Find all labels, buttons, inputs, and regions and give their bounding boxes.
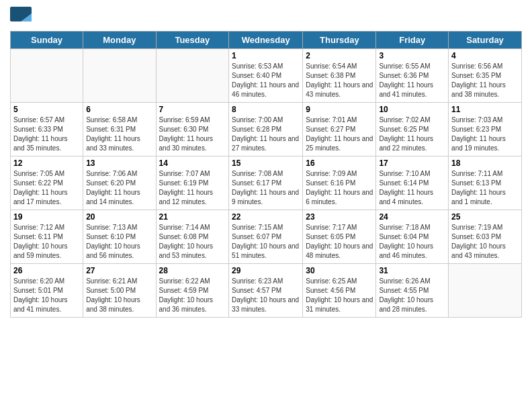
day-number: 19	[13, 212, 80, 222]
day-number: 28	[159, 266, 226, 275]
day-number: 26	[13, 266, 80, 275]
day-number: 21	[159, 212, 226, 222]
day-number: 10	[379, 105, 445, 114]
day-info: Sunrise: 6:56 AMSunset: 6:35 PMDaylight:…	[451, 62, 519, 99]
day-cell: 25Sunrise: 7:19 AMSunset: 6:03 PMDayligh…	[449, 210, 522, 264]
day-cell: 21Sunrise: 7:14 AMSunset: 6:08 PMDayligh…	[156, 210, 229, 264]
day-info: Sunrise: 6:59 AMSunset: 6:30 PMDaylight:…	[159, 116, 226, 153]
day-cell: 8Sunrise: 7:00 AMSunset: 6:28 PMDaylight…	[229, 103, 303, 156]
week-row-0: 1Sunrise: 6:53 AMSunset: 6:40 PMDaylight…	[11, 49, 522, 103]
day-info: Sunrise: 7:13 AMSunset: 6:10 PMDaylight:…	[86, 223, 152, 261]
day-info: Sunrise: 7:18 AMSunset: 6:04 PMDaylight:…	[379, 223, 445, 261]
page: SundayMondayTuesdayWednesdayThursdayFrid…	[0, 0, 532, 411]
day-cell: 13Sunrise: 7:06 AMSunset: 6:20 PMDayligh…	[83, 156, 156, 210]
day-number: 2	[306, 51, 373, 60]
day-info: Sunrise: 7:10 AMSunset: 6:14 PMDaylight:…	[379, 169, 445, 207]
day-number: 30	[306, 266, 373, 275]
day-info: Sunrise: 7:03 AMSunset: 6:23 PMDaylight:…	[451, 116, 519, 153]
day-info: Sunrise: 7:00 AMSunset: 6:28 PMDaylight:…	[232, 116, 300, 153]
day-info: Sunrise: 7:06 AMSunset: 6:20 PMDaylight:…	[86, 169, 152, 207]
day-number: 4	[451, 51, 519, 60]
day-info: Sunrise: 7:15 AMSunset: 6:07 PMDaylight:…	[232, 223, 300, 261]
day-number: 6	[86, 105, 152, 114]
logo	[10, 7, 33, 26]
day-cell	[156, 49, 229, 103]
day-cell: 20Sunrise: 7:13 AMSunset: 6:10 PMDayligh…	[83, 210, 156, 264]
day-info: Sunrise: 6:58 AMSunset: 6:31 PMDaylight:…	[86, 116, 152, 153]
day-cell: 16Sunrise: 7:09 AMSunset: 6:16 PMDayligh…	[303, 156, 376, 210]
day-cell: 14Sunrise: 7:07 AMSunset: 6:19 PMDayligh…	[156, 156, 229, 210]
day-info: Sunrise: 6:20 AMSunset: 5:01 PMDaylight:…	[13, 277, 80, 314]
day-number: 20	[86, 212, 152, 222]
day-number: 16	[306, 158, 373, 168]
weekday-header-monday: Monday	[83, 32, 156, 49]
day-info: Sunrise: 6:55 AMSunset: 6:36 PMDaylight:…	[379, 62, 445, 99]
day-cell: 19Sunrise: 7:12 AMSunset: 6:11 PMDayligh…	[11, 210, 83, 264]
day-info: Sunrise: 6:22 AMSunset: 4:59 PMDaylight:…	[159, 277, 226, 314]
day-cell: 4Sunrise: 6:56 AMSunset: 6:35 PMDaylight…	[449, 49, 522, 103]
day-number: 31	[379, 266, 445, 275]
day-number: 9	[306, 105, 373, 114]
day-cell: 18Sunrise: 7:11 AMSunset: 6:13 PMDayligh…	[449, 156, 522, 210]
day-number: 18	[451, 158, 519, 168]
day-cell: 3Sunrise: 6:55 AMSunset: 6:36 PMDaylight…	[376, 49, 449, 103]
day-cell: 11Sunrise: 7:03 AMSunset: 6:23 PMDayligh…	[449, 103, 522, 156]
weekday-header-row: SundayMondayTuesdayWednesdayThursdayFrid…	[11, 32, 522, 49]
day-number: 29	[232, 266, 300, 275]
week-row-3: 19Sunrise: 7:12 AMSunset: 6:11 PMDayligh…	[11, 210, 522, 264]
day-cell	[449, 264, 522, 318]
day-number: 27	[86, 266, 152, 275]
day-info: Sunrise: 6:54 AMSunset: 6:38 PMDaylight:…	[306, 62, 373, 99]
day-number: 8	[232, 105, 300, 114]
day-cell: 12Sunrise: 7:05 AMSunset: 6:22 PMDayligh…	[11, 156, 83, 210]
day-number: 14	[159, 158, 226, 168]
day-number: 23	[306, 212, 373, 222]
day-number: 22	[232, 212, 300, 222]
day-number: 11	[451, 105, 519, 114]
day-info: Sunrise: 7:14 AMSunset: 6:08 PMDaylight:…	[159, 223, 226, 261]
day-cell: 26Sunrise: 6:20 AMSunset: 5:01 PMDayligh…	[11, 264, 83, 318]
day-cell: 23Sunrise: 7:17 AMSunset: 6:05 PMDayligh…	[303, 210, 376, 264]
day-cell: 10Sunrise: 7:02 AMSunset: 6:25 PMDayligh…	[376, 103, 449, 156]
day-info: Sunrise: 6:26 AMSunset: 4:55 PMDaylight:…	[379, 277, 445, 314]
day-number: 25	[451, 212, 519, 222]
day-cell: 5Sunrise: 6:57 AMSunset: 6:33 PMDaylight…	[11, 103, 83, 156]
day-cell: 24Sunrise: 7:18 AMSunset: 6:04 PMDayligh…	[376, 210, 449, 264]
day-info: Sunrise: 6:57 AMSunset: 6:33 PMDaylight:…	[13, 116, 80, 153]
day-number: 1	[232, 51, 300, 60]
day-info: Sunrise: 6:25 AMSunset: 4:56 PMDaylight:…	[306, 277, 373, 314]
calendar: SundayMondayTuesdayWednesdayThursdayFrid…	[10, 31, 522, 318]
weekday-header-wednesday: Wednesday	[229, 32, 303, 49]
day-info: Sunrise: 6:23 AMSunset: 4:57 PMDaylight:…	[232, 277, 300, 314]
day-info: Sunrise: 7:07 AMSunset: 6:19 PMDaylight:…	[159, 169, 226, 207]
week-row-1: 5Sunrise: 6:57 AMSunset: 6:33 PMDaylight…	[11, 103, 522, 156]
day-cell: 29Sunrise: 6:23 AMSunset: 4:57 PMDayligh…	[229, 264, 303, 318]
day-cell: 28Sunrise: 6:22 AMSunset: 4:59 PMDayligh…	[156, 264, 229, 318]
weekday-header-tuesday: Tuesday	[156, 32, 229, 49]
day-info: Sunrise: 7:17 AMSunset: 6:05 PMDaylight:…	[306, 223, 373, 261]
day-info: Sunrise: 6:53 AMSunset: 6:40 PMDaylight:…	[232, 62, 300, 99]
day-number: 3	[379, 51, 445, 60]
day-cell: 2Sunrise: 6:54 AMSunset: 6:38 PMDaylight…	[303, 49, 376, 103]
day-cell: 6Sunrise: 6:58 AMSunset: 6:31 PMDaylight…	[83, 103, 156, 156]
day-info: Sunrise: 7:05 AMSunset: 6:22 PMDaylight:…	[13, 169, 80, 207]
day-cell: 22Sunrise: 7:15 AMSunset: 6:07 PMDayligh…	[229, 210, 303, 264]
day-cell: 7Sunrise: 6:59 AMSunset: 6:30 PMDaylight…	[156, 103, 229, 156]
day-info: Sunrise: 7:08 AMSunset: 6:17 PMDaylight:…	[232, 169, 300, 207]
weekday-header-friday: Friday	[376, 32, 449, 49]
day-number: 13	[86, 158, 152, 168]
day-number: 12	[13, 158, 80, 168]
weekday-header-thursday: Thursday	[303, 32, 376, 49]
weekday-header-sunday: Sunday	[11, 32, 83, 49]
logo-icon	[10, 7, 30, 26]
week-row-2: 12Sunrise: 7:05 AMSunset: 6:22 PMDayligh…	[11, 156, 522, 210]
day-cell: 9Sunrise: 7:01 AMSunset: 6:27 PMDaylight…	[303, 103, 376, 156]
day-cell: 30Sunrise: 6:25 AMSunset: 4:56 PMDayligh…	[303, 264, 376, 318]
week-row-4: 26Sunrise: 6:20 AMSunset: 5:01 PMDayligh…	[11, 264, 522, 318]
day-info: Sunrise: 7:19 AMSunset: 6:03 PMDaylight:…	[451, 223, 519, 261]
day-info: Sunrise: 7:11 AMSunset: 6:13 PMDaylight:…	[451, 169, 519, 207]
weekday-header-saturday: Saturday	[449, 32, 522, 49]
day-info: Sunrise: 7:09 AMSunset: 6:16 PMDaylight:…	[306, 169, 373, 207]
day-cell: 31Sunrise: 6:26 AMSunset: 4:55 PMDayligh…	[376, 264, 449, 318]
day-info: Sunrise: 7:12 AMSunset: 6:11 PMDaylight:…	[13, 223, 80, 261]
